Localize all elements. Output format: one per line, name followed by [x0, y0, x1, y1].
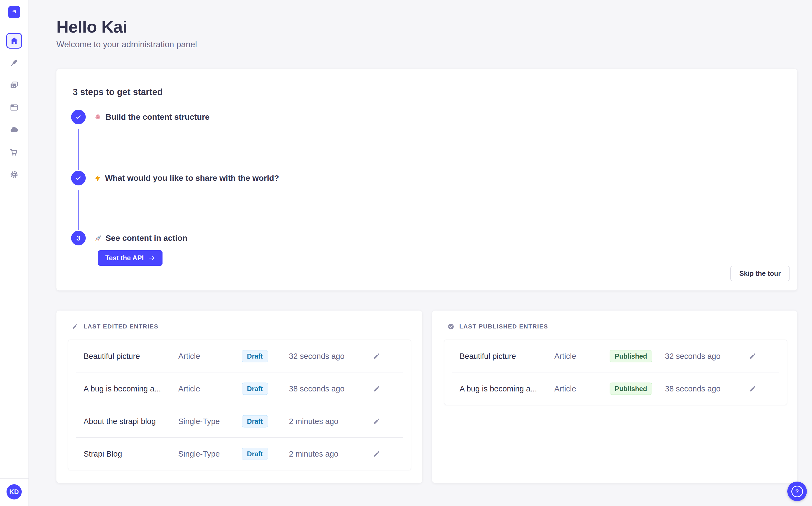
edit-entry-button[interactable] — [370, 447, 384, 461]
step-2-text: What would you like to share with the wo… — [105, 173, 279, 183]
table-row: About the strapi blog Single-Type Draft … — [68, 405, 411, 437]
entry-time: 38 seconds ago — [289, 384, 344, 393]
entry-time: 32 seconds ago — [289, 351, 344, 360]
status-badge: Published — [610, 350, 652, 362]
last-published-header: LAST PUBLISHED ENTRIES — [447, 323, 548, 330]
entry-kind: Single-Type — [178, 417, 220, 426]
entry-title: A bug is becoming a... — [84, 384, 161, 393]
last-published-panel: LAST PUBLISHED ENTRIES Beautiful picture… — [432, 311, 797, 483]
rocket-emoji-icon — [94, 234, 102, 242]
last-published-title: LAST PUBLISHED ENTRIES — [459, 323, 548, 330]
step-connector — [78, 190, 79, 230]
step-3-label: See content in action — [94, 234, 188, 243]
last-edited-table: Beautiful picture Article Draft 32 secon… — [68, 340, 411, 470]
sidebar-item-media-library[interactable] — [6, 77, 22, 93]
pencil-icon — [373, 450, 381, 458]
strapi-logo-icon — [11, 8, 18, 16]
sidebar-item-cloud[interactable] — [6, 122, 22, 138]
entry-kind: Article — [554, 384, 576, 393]
table-row: Strapi Blog Single-Type Draft 2 minutes … — [68, 437, 411, 470]
step-3-number: 3 — [77, 234, 80, 242]
sidebar-item-content-type-builder[interactable] — [6, 100, 22, 115]
check-icon — [75, 175, 82, 182]
sidebar: KD — [0, 0, 29, 506]
layout-icon — [9, 103, 19, 112]
entry-title: A bug is becoming a... — [460, 384, 537, 393]
pencil-icon — [72, 323, 79, 330]
step-connector — [78, 129, 79, 170]
pencil-icon — [748, 385, 757, 393]
status-badge: Draft — [242, 415, 268, 427]
feather-icon — [9, 58, 19, 67]
edit-entry-button[interactable] — [370, 349, 384, 363]
test-api-button[interactable]: Test the API — [98, 250, 163, 266]
gear-icon — [9, 170, 19, 179]
sidebar-item-home[interactable] — [6, 33, 22, 49]
last-edited-title: LAST EDITED ENTRIES — [84, 323, 159, 330]
entry-title: Beautiful picture — [460, 351, 516, 360]
entry-title: Strapi Blog — [84, 449, 122, 458]
sidebar-item-content-manager[interactable] — [6, 55, 22, 71]
question-mark-circle-icon: ? — [791, 486, 803, 497]
step-3-number-bullet: 3 — [71, 231, 86, 245]
user-avatar[interactable]: KD — [6, 484, 22, 500]
pencil-icon — [373, 417, 381, 425]
sidebar-item-marketplace[interactable] — [6, 145, 22, 160]
strapi-logo[interactable] — [8, 6, 20, 18]
entry-title: Beautiful picture — [84, 351, 140, 360]
last-edited-panel: LAST EDITED ENTRIES Beautiful picture Ar… — [57, 311, 422, 483]
pencil-icon — [373, 352, 381, 360]
page-title: Hello Kai — [57, 17, 127, 36]
guided-tour-title: 3 steps to get started — [73, 87, 163, 97]
test-api-label: Test the API — [105, 254, 144, 262]
pencil-icon — [373, 385, 381, 393]
sidebar-divider — [0, 25, 28, 25]
step-1-done-bullet — [71, 110, 86, 124]
media-library-icon — [9, 80, 19, 90]
pencil-icon — [748, 352, 757, 360]
edit-entry-button[interactable] — [370, 414, 384, 428]
brain-emoji-icon — [94, 113, 102, 121]
entry-title: About the strapi blog — [84, 417, 156, 426]
entry-time: 2 minutes ago — [289, 449, 338, 458]
entry-time: 2 minutes ago — [289, 417, 338, 426]
help-button[interactable]: ? — [787, 482, 807, 501]
edit-entry-button[interactable] — [745, 349, 759, 363]
entry-kind: Article — [178, 384, 200, 393]
entry-kind: Article — [554, 351, 576, 360]
table-row: A bug is becoming a... Article Published… — [444, 372, 787, 405]
edit-entry-button[interactable] — [745, 382, 759, 396]
table-row: A bug is becoming a... Article Draft 38 … — [68, 372, 411, 405]
status-badge: Draft — [242, 448, 268, 460]
step-3-text: See content in action — [106, 234, 188, 243]
entry-time: 32 seconds ago — [665, 351, 721, 360]
last-published-table: Beautiful picture Article Published 32 s… — [444, 340, 787, 405]
entry-time: 38 seconds ago — [665, 384, 721, 393]
sidebar-item-settings[interactable] — [6, 167, 22, 182]
home-icon — [9, 36, 19, 45]
entry-kind: Article — [178, 351, 200, 360]
guided-tour-card: 3 steps to get started Build the content… — [57, 69, 797, 290]
step-1-label: Build the content structure — [94, 112, 209, 121]
status-badge: Draft — [242, 350, 268, 362]
entry-kind: Single-Type — [178, 449, 220, 458]
sidebar-divider — [0, 478, 28, 479]
zap-emoji-icon — [94, 174, 102, 182]
step-1-text: Build the content structure — [106, 112, 209, 121]
cart-icon — [9, 148, 19, 157]
last-edited-header: LAST EDITED ENTRIES — [72, 323, 159, 330]
page-subtitle: Welcome to your administration panel — [57, 39, 197, 50]
edit-entry-button[interactable] — [370, 382, 384, 396]
table-row: Beautiful picture Article Draft 32 secon… — [68, 340, 411, 372]
status-badge: Published — [610, 383, 652, 395]
step-2-label: What would you like to share with the wo… — [94, 173, 279, 183]
table-row: Beautiful picture Article Published 32 s… — [444, 340, 787, 372]
cloud-icon — [9, 125, 19, 135]
arrow-right-icon — [149, 255, 155, 261]
step-2-done-bullet — [71, 171, 86, 185]
status-badge: Draft — [242, 383, 268, 395]
check-icon — [75, 113, 82, 120]
skip-tour-button[interactable]: Skip the tour — [730, 266, 790, 281]
check-circle-icon — [447, 323, 454, 330]
